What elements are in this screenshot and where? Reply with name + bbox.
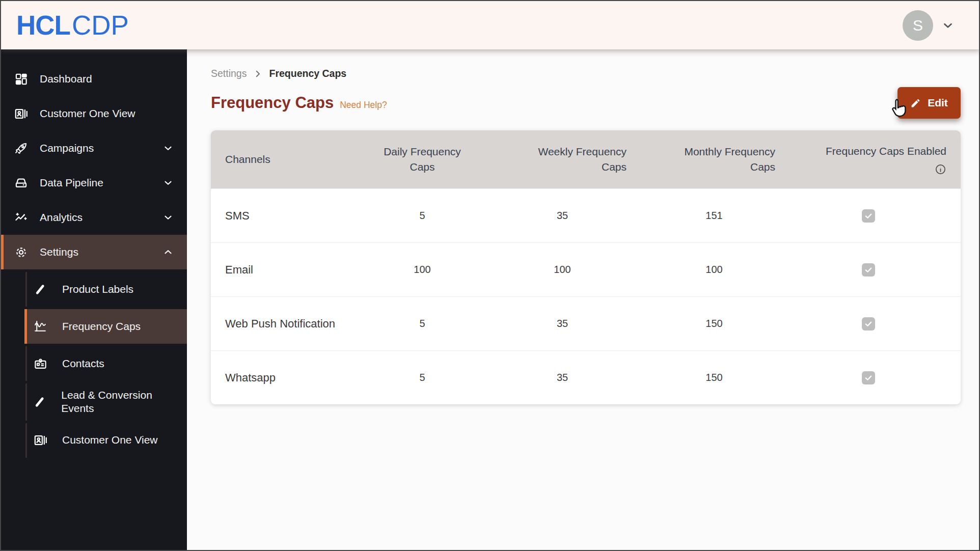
col-header-daily: Daily Frequency Caps (378, 144, 467, 175)
logo-cdp: CDP (72, 12, 129, 39)
title-row: Frequency Caps Need Help? Edit (211, 87, 961, 119)
sidebar-subitem-label: Contacts (62, 357, 104, 370)
table-row-whatsapp: Whatsapp535150 (211, 350, 961, 404)
edit-button[interactable]: Edit (897, 87, 961, 119)
drive-icon (14, 176, 28, 190)
sidebar-subitem-label: Frequency Caps (62, 320, 141, 333)
frequency-caps-table: Channels Daily Frequency Caps Weekly Fre… (211, 130, 961, 404)
sidebar-subitem-label: Product Labels (62, 283, 133, 296)
daily-cap-value: 5 (353, 318, 491, 329)
info-icon[interactable] (935, 163, 946, 175)
sidebar-item-label: Campaigns (40, 142, 94, 154)
chevron-down-icon (162, 177, 174, 188)
frequency-enabled-checkbox[interactable] (862, 263, 875, 277)
daily-cap-value: 5 (353, 210, 491, 222)
sidebar-subitem-product-labels[interactable]: Product Labels (26, 272, 187, 307)
id-card-icon (33, 433, 47, 447)
sidebar-item-settings[interactable]: Settings (1, 235, 187, 269)
channel-name: Web Push Notification (211, 308, 353, 339)
need-help-link[interactable]: Need Help? (340, 100, 387, 111)
daily-cap-value: 100 (353, 264, 491, 276)
table-row-sms: SMS535151 (211, 188, 961, 242)
app-window: HCLCDP S DashboardCustomer One ViewCampa… (0, 0, 980, 551)
breadcrumb-settings[interactable]: Settings (211, 68, 247, 79)
sidebar-item-label: Data Pipeline (40, 177, 103, 189)
logo-hcl: HCL (16, 12, 70, 39)
avatar[interactable]: S (903, 10, 933, 41)
sidebar-subitem-frequency-caps[interactable]: Frequency Caps (26, 309, 187, 344)
daily-cap-value: 5 (353, 372, 491, 383)
app-logo[interactable]: HCLCDP (16, 12, 129, 39)
col-header-weekly: Weekly Frequency Caps (532, 144, 627, 175)
monthly-cap-value: 150 (634, 318, 776, 329)
sidebar-item-label: Settings (40, 246, 78, 258)
sidebar-item-label: Customer One View (40, 107, 135, 120)
chevron-up-icon (162, 246, 174, 258)
weekly-cap-value: 35 (491, 210, 634, 222)
weekly-cap-value: 35 (491, 318, 634, 329)
frequency-enabled-checkbox[interactable] (862, 209, 875, 223)
page-title: Frequency Caps (211, 94, 334, 112)
weekly-cap-value: 100 (491, 264, 634, 276)
table-body: SMS535151Email100100100Web Push Notifica… (211, 188, 961, 404)
monthly-cap-value: 100 (634, 264, 776, 276)
weekly-cap-value: 35 (491, 372, 634, 383)
channel-name: Email (211, 254, 353, 285)
frequency-enabled-checkbox[interactable] (862, 317, 875, 330)
sidebar-item-label: Analytics (40, 211, 83, 224)
chevron-right-icon (253, 69, 262, 78)
pencil-icon (910, 98, 921, 108)
pencil-icon (33, 283, 47, 296)
table-row-email: Email100100100 (211, 242, 961, 296)
table-row-web-push-notification: Web Push Notification535150 (211, 296, 961, 350)
table-header: Channels Daily Frequency Caps Weekly Fre… (211, 130, 961, 188)
sidebar-nav: DashboardCustomer One ViewCampaignsData … (1, 62, 187, 458)
gear-icon (14, 245, 28, 259)
top-header: HCLCDP S (1, 1, 979, 49)
sidebar-subitem-lead-conversion-events[interactable]: Lead & Conversion Events (26, 383, 187, 421)
breadcrumb: Settings Frequency Caps (211, 68, 979, 79)
sidebar-subitem-label: Lead & Conversion Events (61, 389, 180, 416)
col-header-channels: Channels (211, 152, 353, 167)
sidebar-item-campaigns[interactable]: Campaigns (1, 131, 187, 166)
rocket-icon (14, 142, 28, 155)
sidebar: DashboardCustomer One ViewCampaignsData … (1, 49, 187, 550)
badge-icon (33, 357, 47, 371)
col-header-monthly: Monthly Frequency Caps (673, 144, 775, 175)
breadcrumb-current: Frequency Caps (269, 68, 346, 79)
edit-button-label: Edit (928, 97, 948, 109)
analytics-icon (14, 211, 28, 225)
sidebar-item-data-pipeline[interactable]: Data Pipeline (1, 166, 187, 200)
channel-name: Whatsapp (211, 362, 353, 393)
col-header-enabled: Frequency Caps Enabled (826, 144, 946, 159)
sidebar-subitem-customer-one-view[interactable]: Customer One View (26, 423, 187, 458)
sidebar-item-dashboard[interactable]: Dashboard (1, 62, 187, 96)
user-menu[interactable]: S (903, 10, 955, 41)
sidebar-subitem-label: Customer One View (62, 433, 158, 447)
sidebar-subitem-contacts[interactable]: Contacts (26, 346, 187, 381)
monthly-cap-value: 150 (634, 372, 776, 383)
sidebar-item-customer-one-view[interactable]: Customer One View (1, 96, 187, 131)
id-card-icon (14, 107, 28, 121)
channel-name: SMS (211, 200, 353, 231)
chevron-down-icon[interactable] (941, 19, 955, 32)
pencil-icon (33, 396, 46, 408)
sidebar-item-analytics[interactable]: Analytics (1, 200, 187, 235)
monthly-cap-value: 151 (634, 210, 776, 222)
main-content: Settings Frequency Caps Frequency Caps N… (187, 49, 979, 550)
dashboard-icon (14, 72, 28, 86)
sidebar-item-label: Dashboard (40, 73, 92, 85)
settings-submenu: Product LabelsFrequency CapsContactsLead… (1, 272, 187, 458)
chevron-down-icon (162, 143, 174, 154)
waveform-icon (33, 319, 47, 334)
chevron-down-icon (162, 212, 174, 223)
frequency-enabled-checkbox[interactable] (862, 371, 875, 384)
